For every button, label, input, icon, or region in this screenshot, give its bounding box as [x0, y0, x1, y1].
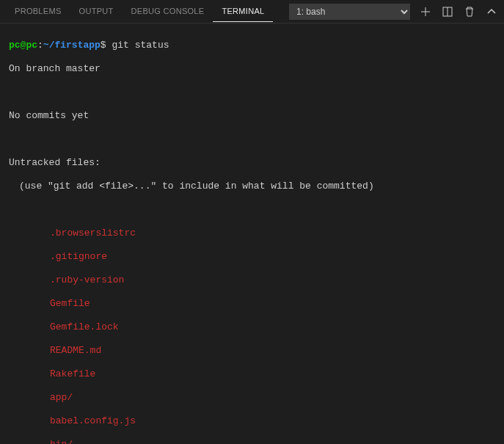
untracked-file: Gemfile.lock [9, 321, 495, 333]
untracked-file: bin/ [9, 439, 495, 444]
untracked-file: .ruby-version [9, 274, 495, 286]
untracked-file: app/ [9, 392, 495, 404]
prompt-sep: : [37, 40, 43, 51]
split-terminal-icon[interactable] [441, 5, 454, 18]
panel-header: PROBLEMS OUTPUT DEBUG CONSOLE TERMINAL 1… [0, 0, 504, 23]
untracked-header: Untracked files: [9, 157, 495, 169]
untracked-file: .browserslistrc [9, 228, 495, 239]
tab-problems[interactable]: PROBLEMS [6, 1, 70, 22]
untracked-hint: (use "git add <file>..." to include in w… [9, 181, 495, 192]
untracked-file: Rakefile [9, 368, 495, 380]
prompt-dollar: $ [101, 40, 106, 51]
panel-tabs: PROBLEMS OUTPUT DEBUG CONSOLE TERMINAL [6, 1, 273, 22]
untracked-file: babel.config.js [9, 415, 495, 427]
status-branch: On branch master [9, 63, 495, 75]
header-actions: 1: bash [289, 4, 498, 20]
untracked-file: .gitignore [9, 251, 495, 263]
terminal-viewport[interactable]: pc@pc:~/firstapp$ git status On branch m… [0, 23, 504, 444]
untracked-file: README.md [9, 345, 495, 357]
new-terminal-icon[interactable] [419, 5, 432, 18]
status-nocommits: No commits yet [9, 110, 495, 122]
prompt-line: pc@pc:~/firstapp$ git status [9, 40, 495, 51]
prompt-path: ~/firstapp [43, 40, 101, 51]
tab-debug-console[interactable]: DEBUG CONSOLE [123, 1, 213, 22]
maximize-panel-icon[interactable] [485, 5, 498, 18]
kill-terminal-icon[interactable] [463, 5, 476, 18]
command-text: git status [112, 40, 169, 51]
tab-output[interactable]: OUTPUT [70, 1, 123, 22]
shell-selector[interactable]: 1: bash [289, 4, 410, 20]
prompt-user: pc@pc [9, 40, 37, 51]
untracked-file: Gemfile [9, 298, 495, 310]
tab-terminal[interactable]: TERMINAL [213, 1, 273, 22]
